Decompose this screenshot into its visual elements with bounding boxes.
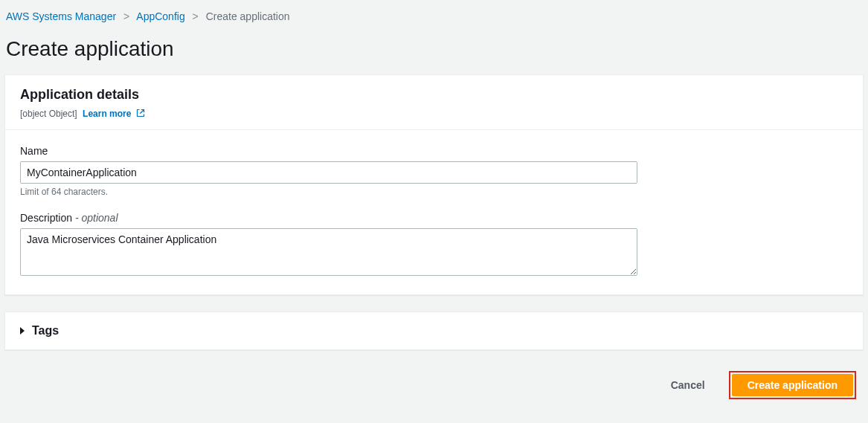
panel-body: Name Limit of 64 characters. Description…	[5, 130, 863, 294]
name-label: Name	[20, 145, 848, 157]
description-label: Description - optional	[20, 212, 848, 224]
caret-right-icon	[20, 327, 25, 335]
panel-description-text: [object Object]	[20, 109, 77, 119]
cancel-button[interactable]: Cancel	[656, 375, 720, 395]
action-bar: Cancel Create application	[0, 367, 868, 413]
page-title: Create application	[0, 30, 868, 74]
description-optional-suffix: - optional	[72, 212, 118, 224]
tags-expand-toggle[interactable]: Tags	[5, 312, 863, 349]
tags-panel: Tags	[4, 311, 864, 350]
description-field-group: Description - optional	[20, 212, 848, 278]
name-field-group: Name Limit of 64 characters.	[20, 145, 848, 197]
breadcrumb-current: Create application	[206, 10, 290, 22]
learn-more-label: Learn more	[83, 109, 131, 119]
panel-title: Application details	[20, 87, 848, 103]
panel-header: Application details [object Object] Lear…	[5, 75, 863, 130]
panel-description: [object Object] Learn more	[20, 109, 848, 119]
breadcrumb-separator-icon: >	[123, 10, 129, 22]
breadcrumb-link-appconfig[interactable]: AppConfig	[136, 10, 184, 22]
external-link-icon	[136, 109, 145, 117]
name-input[interactable]	[20, 161, 637, 184]
learn-more-link[interactable]: Learn more	[83, 109, 145, 119]
description-textarea[interactable]	[20, 228, 637, 276]
name-helper-text: Limit of 64 characters.	[20, 187, 848, 197]
create-application-button[interactable]: Create application	[732, 374, 853, 396]
breadcrumb: AWS Systems Manager > AppConfig > Create…	[0, 0, 868, 30]
breadcrumb-link-systems-manager[interactable]: AWS Systems Manager	[6, 10, 116, 22]
application-details-panel: Application details [object Object] Lear…	[4, 74, 864, 295]
breadcrumb-separator-icon: >	[193, 10, 199, 22]
description-label-text: Description	[20, 212, 72, 224]
tags-label: Tags	[32, 324, 59, 338]
create-button-highlight: Create application	[729, 371, 856, 399]
